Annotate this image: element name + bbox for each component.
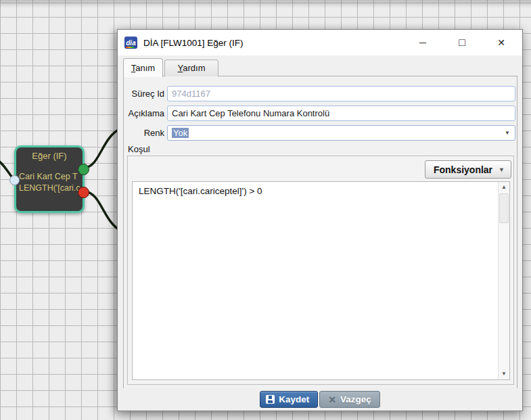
surec-id-label: Süreç Id [124, 89, 164, 99]
minimize-icon[interactable]: ─ [413, 37, 432, 49]
node-body: Cari Kart Cep T LENGTH('[cari.c [16, 171, 83, 194]
scrollbar-thumb[interactable] [499, 193, 509, 223]
node-true-output-port[interactable] [78, 164, 89, 175]
renk-selected-value: Yok [172, 128, 189, 138]
save-icon [266, 395, 275, 404]
editor-vertical-scrollbar[interactable]: ▲ ▼ [498, 182, 509, 379]
scroll-up-icon[interactable]: ▲ [499, 182, 509, 193]
flow-canvas[interactable]: Eğer (IF) Cari Kart Cep T LENGTH('[cari.… [0, 0, 531, 420]
fonksiyonlar-dropdown-icon: ▼ [499, 166, 505, 173]
tab-panel-tanim: Süreç Id 974d1167 Açıklama Cari Kart Cep… [123, 76, 517, 390]
node-title: Eğer (IF) [16, 151, 83, 161]
tab-tanim[interactable]: Tanım [123, 58, 163, 77]
fonksiyonlar-button-label: Fonksiyonlar [434, 164, 492, 175]
vazgec-button-label: Vazgeç [340, 394, 371, 404]
kosul-expression-text: LENGTH('[cari.cariceptel]') > 0 [133, 182, 509, 200]
renk-label: Renk [124, 128, 164, 138]
dia-app-icon: dia [124, 37, 137, 49]
fonksiyonlar-button[interactable]: Fonksiyonlar ▼ [425, 160, 511, 179]
kaydet-button[interactable]: Kaydet [260, 391, 318, 408]
node-false-output-port[interactable] [78, 187, 89, 198]
aciklama-field[interactable]: Cari Kart Cep Telefonu Numara Kontrolü [167, 106, 515, 121]
tab-yardim[interactable]: Yardım [164, 60, 218, 76]
dia-icon-text: dia [126, 39, 135, 47]
kosul-expression-editor[interactable]: LENGTH('[cari.cariceptel]') > 0 ▲ ▼ [132, 181, 510, 380]
node-description-line: Cari Kart Cep T [19, 171, 83, 183]
dialog-titlebar[interactable]: dia DİA [FLW1001] Eğer (IF) ─ □ ✕ [118, 30, 522, 55]
vazgec-button[interactable]: ✕ Vazgeç [319, 391, 380, 408]
edge-true-out [85, 129, 120, 168]
tab-tanim-rest: anım [135, 63, 155, 73]
dialog-eger-if: dia DİA [FLW1001] Eğer (IF) ─ □ ✕ Tanım … [117, 29, 523, 411]
aciklama-label: Açıklama [124, 108, 164, 118]
maximize-icon[interactable]: □ [453, 37, 471, 49]
node-input-port[interactable] [9, 175, 20, 185]
close-icon[interactable]: ✕ [492, 37, 511, 49]
kosul-group-label: Koşul [128, 144, 150, 154]
surec-id-value: 974d1167 [172, 89, 210, 99]
chevron-down-icon[interactable]: ▼ [505, 130, 510, 136]
kosul-group: Fonksiyonlar ▼ LENGTH('[cari.cariceptel]… [127, 156, 514, 385]
window-controls: ─ □ ✕ [413, 30, 511, 55]
node-expression-line: LENGTH('[cari.c [19, 183, 83, 194]
cancel-x-icon: ✕ [328, 394, 336, 405]
renk-combobox[interactable]: Yok ▼ [167, 125, 515, 141]
window-title: DİA [FLW1001] Eğer (IF) [143, 38, 244, 48]
tab-yardim-rest: ardım [183, 63, 205, 73]
node-eger-if[interactable]: Eğer (IF) Cari Kart Cep T LENGTH('[cari.… [14, 145, 85, 213]
aciklama-value: Cari Kart Cep Telefonu Numara Kontrolü [172, 108, 329, 118]
kaydet-button-label: Kaydet [279, 394, 309, 404]
edge-false-out [85, 191, 122, 231]
scroll-down-icon[interactable]: ▼ [499, 369, 509, 379]
tab-bar: Tanım Yardım [123, 57, 218, 76]
dia-icon-rainbow-strip [126, 47, 136, 48]
surec-id-field[interactable]: 974d1167 [167, 86, 515, 101]
dialog-footer: Kaydet ✕ Vazgeç [118, 388, 522, 411]
